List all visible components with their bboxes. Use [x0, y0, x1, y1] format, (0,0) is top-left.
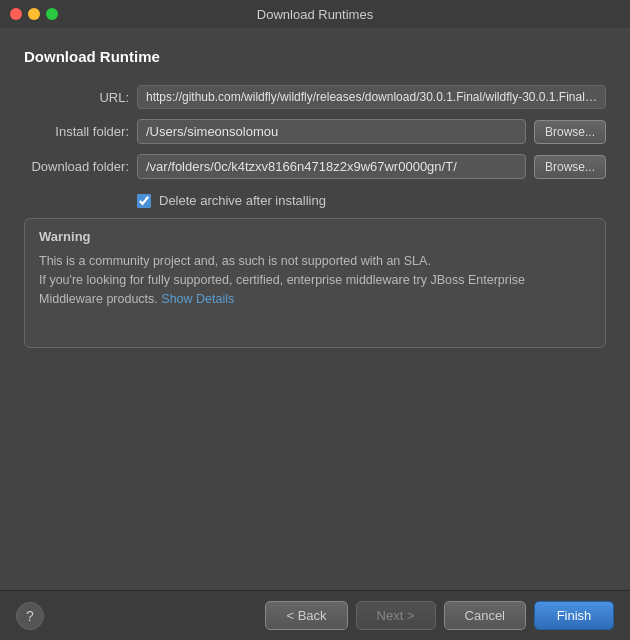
download-folder-row: Download folder: Browse... — [24, 154, 606, 179]
delete-archive-label[interactable]: Delete archive after installing — [159, 193, 326, 208]
warning-title: Warning — [39, 229, 591, 244]
title-bar: Download Runtimes — [0, 0, 630, 28]
url-row: URL: https://github.com/wildfly/wildfly/… — [24, 85, 606, 109]
cancel-button[interactable]: Cancel — [444, 601, 526, 630]
show-details-link[interactable]: Show Details — [161, 292, 234, 306]
minimize-button[interactable] — [28, 8, 40, 20]
back-button[interactable]: < Back — [265, 601, 347, 630]
install-label: Install folder: — [24, 124, 129, 139]
download-label: Download folder: — [24, 159, 129, 174]
form-section: URL: https://github.com/wildfly/wildfly/… — [24, 85, 606, 179]
delete-archive-row: Delete archive after installing — [137, 193, 606, 208]
install-browse-button[interactable]: Browse... — [534, 120, 606, 144]
maximize-button[interactable] — [46, 8, 58, 20]
window-controls[interactable] — [10, 8, 58, 20]
warning-box: Warning This is a community project and,… — [24, 218, 606, 348]
footer: ? < Back Next > Cancel Finish — [0, 590, 630, 640]
warning-text: This is a community project and, as such… — [39, 252, 591, 308]
main-content: Download Runtime URL: https://github.com… — [0, 28, 630, 590]
download-input[interactable] — [137, 154, 526, 179]
warning-line2: If you're looking for fully supported, c… — [39, 273, 525, 306]
footer-buttons: < Back Next > Cancel Finish — [265, 601, 614, 630]
page-title: Download Runtime — [24, 48, 606, 65]
install-input[interactable] — [137, 119, 526, 144]
help-button[interactable]: ? — [16, 602, 44, 630]
finish-button[interactable]: Finish — [534, 601, 614, 630]
url-label: URL: — [24, 90, 129, 105]
warning-line1: This is a community project and, as such… — [39, 254, 431, 268]
next-button[interactable]: Next > — [356, 601, 436, 630]
url-value: https://github.com/wildfly/wildfly/relea… — [137, 85, 606, 109]
close-button[interactable] — [10, 8, 22, 20]
download-browse-button[interactable]: Browse... — [534, 155, 606, 179]
window-title: Download Runtimes — [257, 7, 373, 22]
delete-archive-checkbox[interactable] — [137, 194, 151, 208]
install-folder-row: Install folder: Browse... — [24, 119, 606, 144]
